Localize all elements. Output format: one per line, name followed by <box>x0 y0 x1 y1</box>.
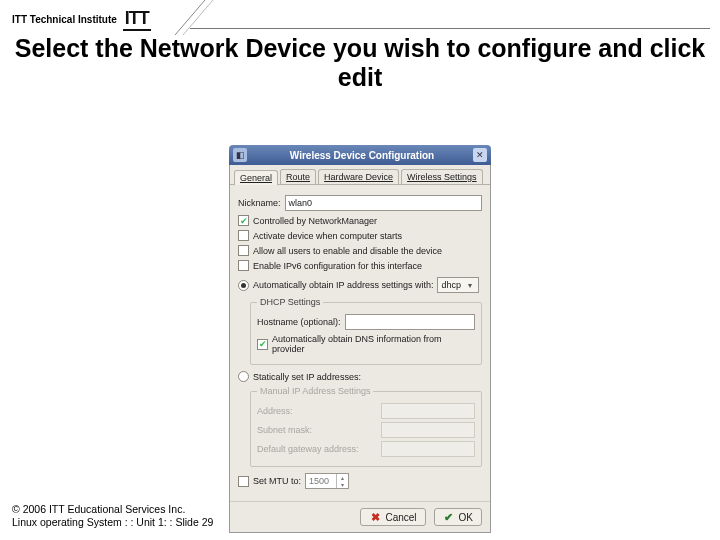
select-ip-method[interactable]: dhcp ▾ <box>437 277 479 293</box>
checkbox-activate-on-start[interactable] <box>238 230 249 241</box>
header-rule <box>190 28 710 29</box>
hostname-label: Hostname (optional): <box>257 317 341 327</box>
close-icon[interactable]: ✕ <box>473 148 487 162</box>
label-set-mtu: Set MTU to: <box>253 476 301 486</box>
svg-line-1 <box>183 0 213 35</box>
label-auto-dns: Automatically obtain DNS information fro… <box>272 334 475 354</box>
chevron-down-icon[interactable]: ▾ <box>337 481 348 488</box>
legend-dhcp: DHCP Settings <box>257 297 323 307</box>
address-label: Address: <box>257 406 377 416</box>
address-input <box>381 403 475 419</box>
checkbox-set-mtu[interactable] <box>238 476 249 487</box>
label-allow-users: Allow all users to enable and disable th… <box>253 246 442 256</box>
button-bar: ✖Cancel ✔OK <box>230 501 490 532</box>
copyright-line: © 2006 ITT Educational Services Inc. <box>12 503 213 517</box>
window-title: Wireless Device Configuration <box>251 150 473 161</box>
tab-hardware-device[interactable]: Hardware Device <box>318 169 399 184</box>
slide-number-line: Linux operating System : : Unit 1: : Sli… <box>12 516 213 530</box>
tab-route[interactable]: Route <box>280 169 316 184</box>
checkbox-allow-users[interactable] <box>238 245 249 256</box>
nickname-label: Nickname: <box>238 198 281 208</box>
titlebar: ◧ Wireless Device Configuration ✕ <box>229 145 491 165</box>
chevron-up-icon[interactable]: ▴ <box>337 474 348 481</box>
subnet-label: Subnet mask: <box>257 425 377 435</box>
slide-header: ITT Technical Institute ITT <box>12 8 151 31</box>
nickname-input[interactable]: wlan0 <box>285 195 482 211</box>
label-networkmanager: Controlled by NetworkManager <box>253 216 377 226</box>
slide-title: Select the Network Device you wish to co… <box>0 34 720 92</box>
label-auto-ip: Automatically obtain IP address settings… <box>253 280 433 290</box>
radio-auto-ip[interactable] <box>238 280 249 291</box>
chevron-down-icon: ▾ <box>465 281 475 290</box>
slide-footer: © 2006 ITT Educational Services Inc. Lin… <box>12 503 213 530</box>
ok-icon: ✔ <box>443 511 455 523</box>
legend-manual: Manual IP Address Settings <box>257 386 373 396</box>
radio-static-ip[interactable] <box>238 371 249 382</box>
mtu-spinner[interactable]: 1500 ▴▾ <box>305 473 349 489</box>
select-value: dhcp <box>441 280 461 290</box>
gateway-label: Default gateway address: <box>257 444 377 454</box>
label-ipv6: Enable IPv6 configuration for this inter… <box>253 261 422 271</box>
ok-button[interactable]: ✔OK <box>434 508 482 526</box>
fieldset-dhcp: DHCP Settings Hostname (optional): ✔Auto… <box>250 297 482 365</box>
dialog-window: ◧ Wireless Device Configuration ✕ Genera… <box>229 145 491 533</box>
cancel-icon: ✖ <box>369 511 381 523</box>
brand-logo: ITT <box>123 8 151 31</box>
tab-wireless-settings[interactable]: Wireless Settings <box>401 169 483 184</box>
label-activate: Activate device when computer starts <box>253 231 402 241</box>
gateway-input <box>381 441 475 457</box>
label-static-ip: Statically set IP addresses: <box>253 372 361 382</box>
svg-line-0 <box>175 0 205 35</box>
hostname-input[interactable] <box>345 314 475 330</box>
brand-text: ITT Technical Institute <box>12 14 117 25</box>
fieldset-manual-ip: Manual IP Address Settings Address: Subn… <box>250 386 482 467</box>
window-menu-icon[interactable]: ◧ <box>233 148 247 162</box>
tab-general[interactable]: General <box>234 170 278 185</box>
checkbox-networkmanager[interactable]: ✔ <box>238 215 249 226</box>
cancel-button[interactable]: ✖Cancel <box>360 508 425 526</box>
mtu-value: 1500 <box>306 476 336 486</box>
subnet-input <box>381 422 475 438</box>
tab-strip: General Route Hardware Device Wireless S… <box>230 165 490 185</box>
checkbox-ipv6[interactable] <box>238 260 249 271</box>
checkbox-auto-dns[interactable]: ✔ <box>257 339 268 350</box>
